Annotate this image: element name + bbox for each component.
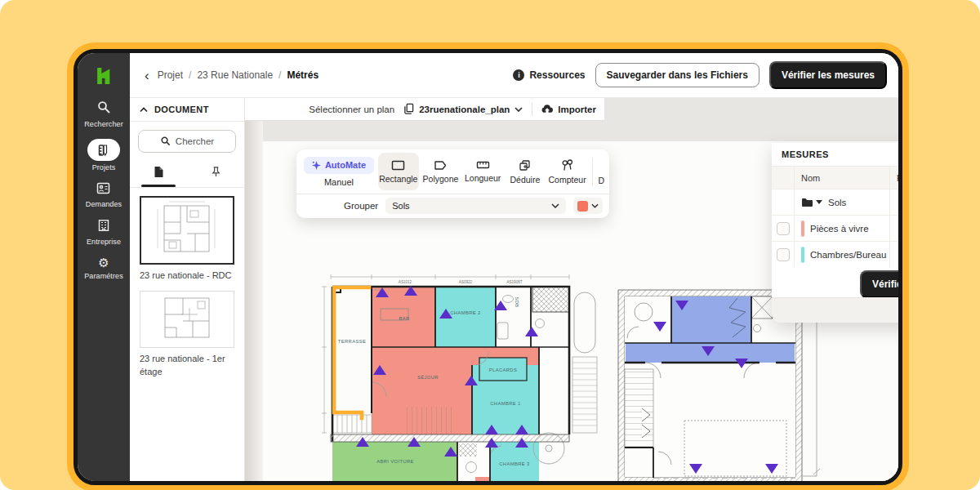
- page-background: Rechercher Projets Demandes: [0, 0, 980, 490]
- back-chevron-icon[interactable]: ‹: [145, 69, 149, 82]
- resources-label: Ressources: [529, 69, 585, 81]
- counter-pins-icon: [561, 159, 573, 172]
- tool-rectangle[interactable]: Rectangle: [378, 153, 419, 190]
- plan-thumbnail-sketch: [140, 292, 234, 344]
- file-icon: [154, 166, 164, 181]
- svg-text:CHAMBRE 1: CHAMBRE 1: [490, 401, 520, 406]
- verify-measures-button[interactable]: Vérifier les mesures: [769, 61, 887, 89]
- svg-text:ABRI VOITURE: ABRI VOITURE: [376, 459, 414, 464]
- svg-text:CHAMBRE 3: CHAMBRE 3: [499, 461, 529, 466]
- breadcrumb-metres: Métrés: [287, 69, 318, 81]
- tool-deduire[interactable]: Déduire: [505, 153, 546, 190]
- tab-documents[interactable]: [130, 159, 187, 187]
- row-checkbox[interactable]: [777, 222, 790, 235]
- svg-text:CHAMBRE 2: CHAMBRE 2: [450, 310, 480, 315]
- requests-icon: [96, 182, 110, 198]
- breadcrumb-address[interactable]: 23 Rue Nationale: [197, 69, 273, 81]
- plan-thumbnail-etage[interactable]: [140, 291, 234, 348]
- divider: [592, 158, 593, 185]
- svg-text:BAR: BAR: [399, 316, 409, 321]
- table-row-sols[interactable]: Sols 9,1m2 119m2: [772, 189, 898, 215]
- group-color-bar: [801, 220, 804, 237]
- sidebar-label: Entreprise: [87, 238, 121, 246]
- tool-longueur[interactable]: Longueur: [462, 153, 503, 190]
- clipped-tool-label: D: [598, 176, 604, 185]
- sidebar-item-demandes[interactable]: Demandes: [86, 182, 122, 208]
- plan-selector-bar: Sélectionner un plan 23ruenationale_plan: [245, 98, 604, 121]
- plan-thumbnail-rdc[interactable]: [140, 196, 234, 265]
- group-select[interactable]: Sols: [385, 198, 566, 214]
- rectangle-icon: [391, 160, 405, 171]
- automate-toggle[interactable]: AutoMate: [304, 157, 374, 174]
- tool-label: Déduire: [510, 175, 540, 185]
- table-row-chambres-bureau[interactable]: Chambres/Bureau 9,1m2 40m2 ●●●: [772, 241, 898, 267]
- automate-label: AutoMate: [325, 160, 366, 170]
- polygon-icon: [434, 160, 447, 171]
- tool-label: Rectangle: [379, 174, 417, 184]
- group-value: Sols: [392, 201, 409, 211]
- table-row-pieces-a-vivre[interactable]: Pièces à vivre 9,1m2 79m2 ●●●: [772, 215, 898, 241]
- plan-thumbnail-label: 23 rue nationale - 1er étage: [140, 353, 234, 379]
- sidebar-item-entreprise[interactable]: Entreprise: [87, 219, 121, 246]
- sidebar-item-rechercher[interactable]: Rechercher: [84, 100, 123, 128]
- svg-text:TERRASSE: TERRASSE: [338, 339, 366, 344]
- plan-dropdown[interactable]: 23ruenationale_plan: [403, 103, 523, 116]
- row-checkbox[interactable]: [777, 248, 790, 261]
- manuel-toggle[interactable]: Manuel: [324, 177, 354, 187]
- chevron-up-icon[interactable]: [140, 105, 148, 114]
- row-name: Sols: [828, 198, 846, 207]
- sidebar-label: Rechercher: [84, 120, 123, 128]
- color-swatch: [577, 201, 588, 212]
- save-to-files-button[interactable]: Sauvegarder dans les Fichiers: [595, 63, 760, 87]
- tab-pinned[interactable]: [187, 159, 244, 187]
- company-icon: [97, 219, 110, 235]
- plan-name: 23ruenationale_plan: [419, 105, 510, 114]
- document-search-input[interactable]: Chercher: [138, 130, 236, 153]
- sidebar-label: Projets: [92, 163, 116, 172]
- svg-text:SÉJOUR: SÉJOUR: [417, 375, 439, 380]
- document-panel-title: DOCUMENT: [154, 105, 209, 114]
- group-color-picker[interactable]: [573, 198, 603, 214]
- verify-measures-panel-button[interactable]: Vérifier les mesures: [860, 270, 898, 298]
- pages-icon: [403, 103, 414, 116]
- mesures-panel: MESURES Nom Résultat Total: [772, 143, 898, 323]
- mesures-title: MESURES: [782, 149, 829, 159]
- houzz-logo-icon[interactable]: [95, 66, 114, 88]
- dim-label: AS0922: [459, 280, 473, 284]
- group-color-bar: [801, 247, 804, 263]
- tool-polygone[interactable]: Polygone: [421, 153, 461, 190]
- table-header: Nom Résultat Total: [772, 167, 898, 189]
- svg-text:PLACARDS: PLACARDS: [489, 368, 517, 372]
- row-spacer: [772, 189, 795, 215]
- resources-link[interactable]: i Ressources: [513, 69, 585, 81]
- import-label: Importer: [558, 105, 596, 114]
- sidebar-label: Demandes: [86, 200, 122, 208]
- chevron-down-icon: [551, 203, 559, 208]
- divider: [532, 103, 532, 116]
- upload-cloud-icon: [541, 104, 553, 115]
- tool-palette: AutoMate Manuel Rectangle Polygone: [296, 149, 609, 218]
- breadcrumb-projet[interactable]: Projet: [158, 69, 183, 81]
- sidebar-item-projets[interactable]: Projets: [87, 139, 120, 172]
- room-side: [539, 347, 569, 434]
- import-button[interactable]: Importer: [541, 104, 596, 115]
- chevron-down-icon: [514, 107, 523, 112]
- floor-plan-rdc[interactable]: AS1012 AS0922 AS1906T: [322, 274, 597, 481]
- folder-icon[interactable]: [801, 198, 822, 207]
- plan-canvas[interactable]: AS1012 AS0922 AS1906T: [245, 98, 898, 481]
- header-spacer: [772, 167, 795, 189]
- room-patch: [475, 477, 490, 481]
- grouper-label: Grouper: [344, 201, 378, 211]
- projects-icon: [87, 139, 120, 161]
- tool-label: Polygone: [423, 174, 459, 184]
- tool-compteur[interactable]: Compteur: [547, 153, 588, 190]
- search-icon: [96, 100, 111, 118]
- ruler-icon: [476, 160, 490, 170]
- highlighted-terrasse-outline[interactable]: [334, 287, 369, 418]
- search-icon: [160, 136, 171, 148]
- gear-icon: ⚙: [98, 256, 109, 270]
- info-icon: i: [513, 69, 524, 81]
- sidebar-item-parametres[interactable]: ⚙ Paramétres: [84, 256, 123, 280]
- wall-hatch-band: [331, 434, 569, 442]
- chevron-down-icon: [591, 203, 599, 208]
